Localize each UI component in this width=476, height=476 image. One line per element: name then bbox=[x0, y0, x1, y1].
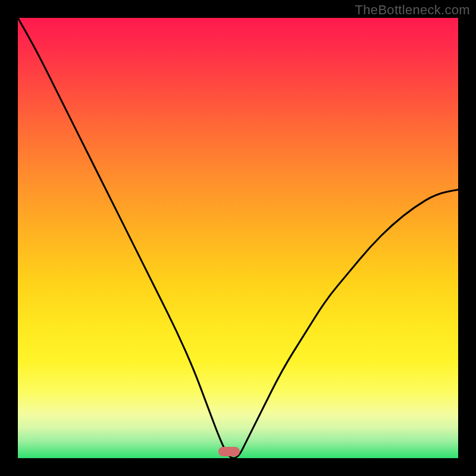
optimal-point-marker bbox=[218, 447, 240, 456]
chart-stage: TheBottleneck.com bbox=[0, 0, 476, 476]
bottleneck-curve bbox=[18, 18, 458, 458]
gradient-plot-area bbox=[18, 18, 458, 458]
watermark-label: TheBottleneck.com bbox=[355, 2, 470, 18]
